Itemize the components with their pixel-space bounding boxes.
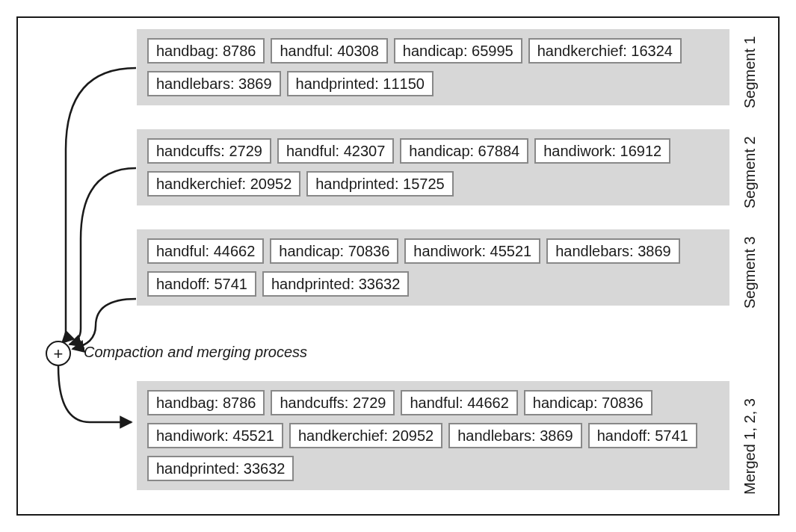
entry: handkerchief: 16324 bbox=[528, 38, 682, 64]
segment-merged: handbag: 8786 handcuffs: 2729 handful: 4… bbox=[137, 381, 729, 490]
segment-2-label: Segment 2 bbox=[741, 134, 759, 208]
entry: handicap: 67884 bbox=[400, 138, 528, 164]
process-caption: Compaction and merging process bbox=[84, 344, 307, 361]
entry: handlebars: 3869 bbox=[448, 423, 582, 448]
entry: handiwork: 45521 bbox=[404, 238, 540, 264]
entry: handful: 44662 bbox=[401, 390, 517, 415]
entry: handoff: 5741 bbox=[588, 423, 697, 448]
entry: handbag: 8786 bbox=[147, 390, 265, 415]
entry: handprinted: 33632 bbox=[262, 271, 409, 297]
entry: handicap: 70836 bbox=[524, 390, 652, 415]
entry: handprinted: 15725 bbox=[306, 171, 453, 197]
segment-1-label: Segment 1 bbox=[741, 34, 759, 108]
entry: handlebars: 3869 bbox=[147, 71, 281, 96]
segment-1: handbag: 8786 handful: 40308 handicap: 6… bbox=[137, 29, 729, 105]
segment-merged-label: Merged 1, 2, 3 bbox=[741, 390, 759, 495]
plus-icon: + bbox=[46, 341, 71, 366]
segment-3: handful: 44662 handicap: 70836 handiwork… bbox=[137, 229, 729, 306]
entry: handcuffs: 2729 bbox=[271, 390, 395, 415]
entry: handicap: 65995 bbox=[394, 38, 522, 64]
entry: handoff: 5741 bbox=[147, 271, 256, 297]
entry: handprinted: 33632 bbox=[147, 456, 294, 481]
entry: handful: 42307 bbox=[277, 138, 394, 164]
entry: handiwork: 45521 bbox=[147, 423, 283, 448]
entry: handprinted: 11150 bbox=[287, 71, 434, 96]
entry: handiwork: 16912 bbox=[534, 138, 670, 164]
entry: handkerchief: 20952 bbox=[147, 171, 300, 197]
entry: handicap: 70836 bbox=[270, 238, 398, 264]
entry: handlebars: 3869 bbox=[546, 238, 680, 264]
segment-3-label: Segment 3 bbox=[741, 234, 759, 309]
entry: handkerchief: 20952 bbox=[289, 423, 442, 448]
entry: handbag: 8786 bbox=[147, 38, 265, 64]
entry: handful: 44662 bbox=[147, 238, 264, 264]
entry: handful: 40308 bbox=[271, 38, 387, 64]
entry: handcuffs: 2729 bbox=[147, 138, 271, 164]
segment-2: handcuffs: 2729 handful: 42307 handicap:… bbox=[137, 129, 729, 205]
